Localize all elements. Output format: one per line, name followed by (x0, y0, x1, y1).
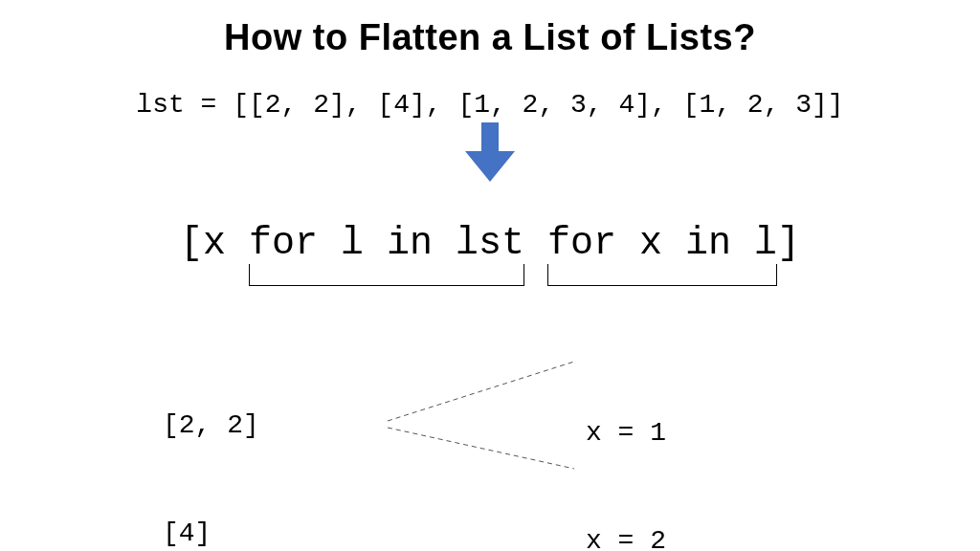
comp-segment-outer-loop: for l in lst (249, 222, 524, 265)
comp-seg2-text: for x in l (547, 222, 777, 265)
expansion-lines-icon (364, 325, 584, 497)
sublist-row: [2, 2] (163, 408, 356, 444)
svg-line-1 (388, 428, 574, 469)
comp-open-bracket: [ (180, 222, 203, 265)
bracket-right-icon (547, 264, 777, 286)
arrow-down-icon (465, 122, 515, 182)
comp-seg1-text: for l in lst (249, 222, 524, 265)
page-title: How to Flatten a List of Lists? (0, 17, 980, 58)
diagram-stage: How to Flatten a List of Lists? lst = [[… (0, 0, 980, 551)
element-row: x = 1 (586, 415, 666, 452)
sublist-row: [4] (163, 516, 356, 551)
svg-line-0 (388, 362, 574, 421)
comp-expr: x (203, 222, 249, 265)
bracket-left-icon (249, 264, 524, 286)
comp-segment-inner-loop: for x in l (547, 222, 777, 265)
comp-close-bracket: ] (777, 222, 800, 265)
comprehension-line: [x for l in lst for x in l] (0, 222, 980, 265)
sublists-column: [2, 2] [4] [1, 2, 3, 4] [1, 2, 3] (163, 335, 356, 551)
elements-column: x = 1 x = 2 x = 3 x = 4 (586, 342, 666, 551)
lst-assignment: lst = [[2, 2], [4], [1, 2, 3, 4], [1, 2,… (0, 90, 980, 120)
comp-gap (524, 222, 547, 265)
element-row: x = 2 (586, 523, 666, 551)
